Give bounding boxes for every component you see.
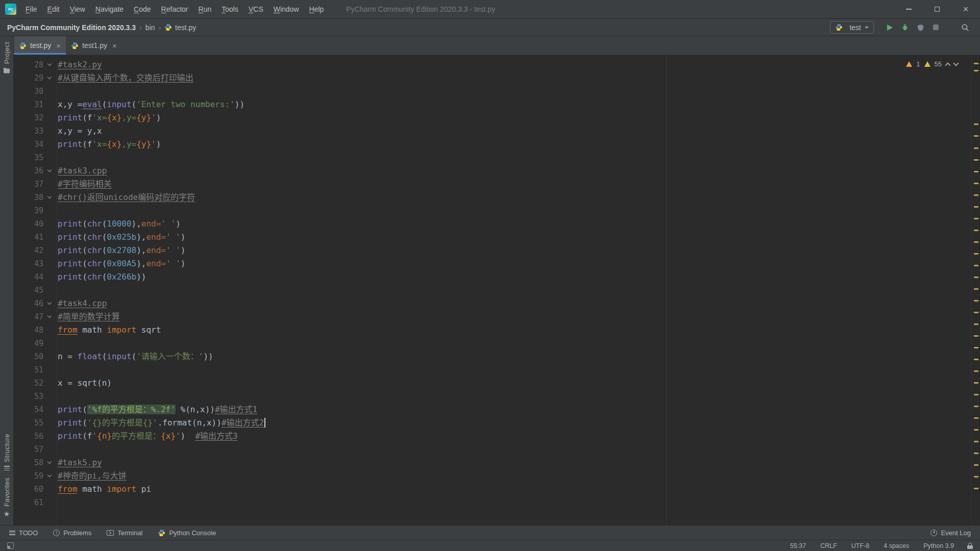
code-line[interactable]: 40print(chr(10000),end=' ') [14,217,971,231]
warning-stripe-mark[interactable] [974,218,978,219]
warning-stripe-mark[interactable] [974,265,978,266]
warning-stripe-mark[interactable] [974,241,978,243]
line-number[interactable]: 40 [14,217,43,231]
code-line[interactable]: 37#字符编码相关 [14,178,971,191]
code-line[interactable]: 54print('%f的平方根是：%.2f' %(n,x))#输出方式1 [14,403,971,416]
menu-item-help[interactable]: Help [304,0,329,19]
lock-icon[interactable] [967,543,973,549]
line-number[interactable]: 42 [14,244,43,257]
code-line[interactable]: 45 [14,284,971,297]
code-line[interactable]: 51 [14,363,971,377]
line-number[interactable]: 29 [14,71,43,85]
code-line[interactable]: 55print('{}的平方根是{}'.format(n,x))#输出方式2 [14,416,971,430]
line-number[interactable]: 45 [14,284,43,297]
warning-stripe-mark[interactable] [974,63,978,64]
code-line[interactable]: 48from math import sqrt [14,323,971,337]
close-icon[interactable]: × [112,42,117,49]
code-line[interactable]: 49 [14,337,971,350]
tool-button-project[interactable]: Project [3,42,11,73]
warning-stripe-mark[interactable] [974,159,978,161]
status-encoding[interactable]: UTF-8 [851,542,869,549]
menu-item-window[interactable]: Window [268,0,304,19]
line-number[interactable]: 60 [14,483,43,496]
warning-stripe-mark[interactable] [974,123,978,125]
line-number[interactable]: 55 [14,416,43,430]
tool-button-structure[interactable]: Structure [3,434,11,470]
code-line[interactable]: 31x,y =eval(input('Enter two numbers:')) [14,98,971,111]
search-everywhere-button[interactable] [958,21,973,34]
code-line[interactable]: 59#神奇的pi,与大饼 [14,469,971,483]
line-number[interactable]: 48 [14,323,43,337]
code-line[interactable]: 32print(f'x={x},y={y}') [14,111,971,124]
code-line[interactable]: 35 [14,151,971,164]
code-line[interactable]: 41print(chr(0x025b),end=' ') [14,231,971,244]
fold-icon[interactable] [47,300,52,305]
run-button[interactable] [882,21,897,34]
menu-item-run[interactable]: Run [193,0,217,19]
code-line[interactable]: 44print(chr(0x266b)) [14,270,971,284]
tool-button-favorites[interactable]: Favorites ★ [3,478,11,517]
code-line[interactable]: 58#task5.py [14,456,971,469]
tab-test1.py[interactable]: test1.py× [66,36,122,55]
warning-stripe-mark[interactable] [974,453,978,454]
menu-item-vcs[interactable]: VCS [243,0,268,19]
warning-stripe-mark[interactable] [974,277,978,278]
menu-item-code[interactable]: Code [129,0,156,19]
tool-button-event-log[interactable]: Event Log [930,529,971,537]
maximize-button[interactable] [923,0,951,18]
line-number[interactable]: 59 [14,469,43,483]
code-line[interactable]: 52x = sqrt(n) [14,377,971,390]
line-number[interactable]: 36 [14,164,43,178]
line-number[interactable]: 51 [14,363,43,377]
code-line[interactable]: 57 [14,443,971,456]
menu-item-refactor[interactable]: Refactor [156,0,193,19]
tool-button-todo[interactable]: TODO [9,529,38,537]
breadcrumb-bin[interactable]: bin [145,23,155,32]
minimize-button[interactable] [894,0,923,18]
line-number[interactable]: 44 [14,270,43,284]
fold-icon[interactable] [47,314,52,318]
warning-stripe-mark[interactable] [974,288,978,290]
line-number[interactable]: 61 [14,496,43,509]
line-number[interactable]: 35 [14,151,43,164]
code-line[interactable]: 29#从键盘输入两个数，交换后打印输出 [14,71,971,85]
line-number[interactable]: 56 [14,430,43,443]
fold-icon[interactable] [47,62,52,66]
code-line[interactable]: 33x,y = y,x [14,124,971,138]
menu-item-navigate[interactable]: Navigate [90,0,129,19]
warning-stripe-mark[interactable] [974,335,978,337]
line-number[interactable]: 33 [14,124,43,138]
warning-stripe-mark[interactable] [974,135,978,137]
warning-stripe-mark[interactable] [974,417,978,419]
warning-stripe-mark[interactable] [974,253,978,255]
code-line[interactable]: 60from math import pi [14,483,971,496]
code-line[interactable]: 43print(chr(0x00A5),end=' ') [14,257,971,270]
coverage-button[interactable] [913,21,928,34]
line-number[interactable]: 32 [14,111,43,124]
tool-window-switcher-icon[interactable] [7,542,14,549]
line-number[interactable]: 28 [14,58,43,71]
warning-stripe-mark[interactable] [974,406,978,407]
code-line[interactable]: 47#简单的数学计算 [14,310,971,323]
warning-stripe-mark[interactable] [974,370,978,372]
tab-test.py[interactable]: test.py× [14,36,66,55]
warning-stripe-mark[interactable] [974,359,978,360]
line-number[interactable]: 38 [14,191,43,204]
error-stripe[interactable] [971,55,980,525]
line-number[interactable]: 53 [14,390,43,403]
code-line[interactable]: 46#task4.cpp [14,297,971,310]
code-line[interactable]: 53 [14,390,971,403]
warning-stripe-mark[interactable] [974,464,978,466]
code-editor[interactable]: 28#task2.py29#从键盘输入两个数，交换后打印输出3031x,y =e… [14,55,980,525]
line-number[interactable]: 47 [14,310,43,323]
code-line[interactable]: 56print(f'{n}的平方根是：{x}') #输出方式3 [14,430,971,443]
warning-stripe-mark[interactable] [974,194,978,196]
line-number[interactable]: 58 [14,456,43,469]
code-line[interactable]: 36#task3.cpp [14,164,971,178]
code-line[interactable]: 34print(f'x={x},y={y}') [14,138,971,151]
warning-stripe-mark[interactable] [974,441,978,442]
line-number[interactable]: 37 [14,178,43,191]
warning-stripe-mark[interactable] [974,347,978,348]
tool-button-terminal[interactable]: Terminal [107,529,142,537]
menu-item-edit[interactable]: Edit [42,0,65,19]
